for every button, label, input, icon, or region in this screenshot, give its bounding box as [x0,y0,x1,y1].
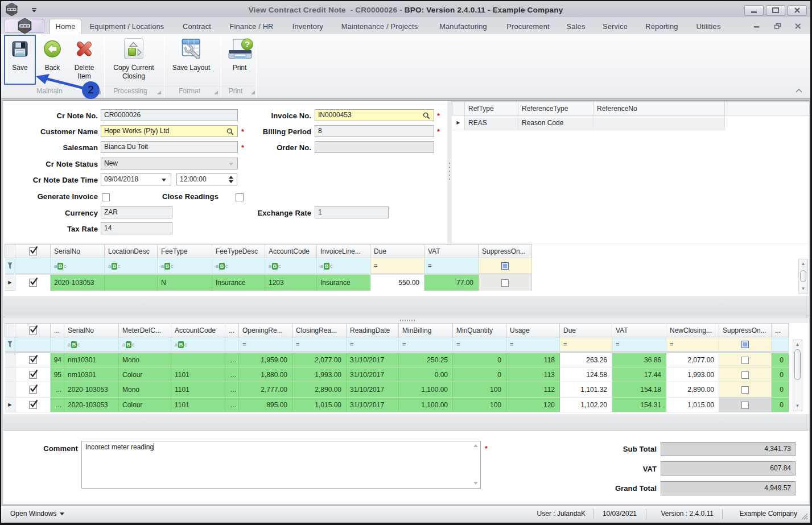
svg-text:?: ? [245,39,250,49]
